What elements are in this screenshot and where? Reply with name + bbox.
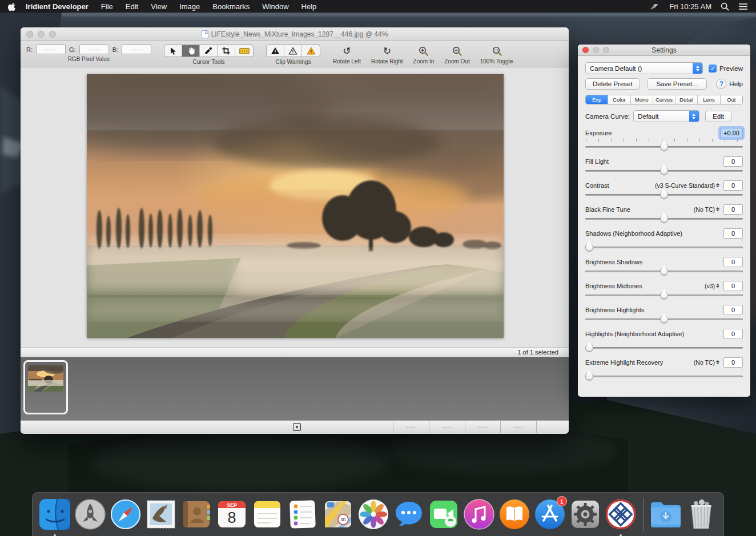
menu-view[interactable]: View <box>151 2 167 11</box>
contrast-mode-dropdown[interactable]: (v3 S-Curve Standard) <box>655 182 719 189</box>
edit-curve-button[interactable]: Edit <box>705 111 731 122</box>
brightness-midtones-mode-dropdown[interactable]: (v3) <box>705 283 719 289</box>
flag-icon[interactable] <box>649 2 660 11</box>
apple-menu[interactable] <box>8 2 17 11</box>
dock-mail-icon[interactable] <box>143 497 178 532</box>
rotate-right-button[interactable]: ↻ Rotate Right <box>371 45 403 65</box>
contrast-value-field[interactable]: 0 <box>723 180 743 191</box>
thumbnail-selected[interactable] <box>23 360 68 414</box>
slider-thumb[interactable] <box>660 267 668 275</box>
black-clip-warning-icon[interactable] <box>267 45 284 57</box>
window-title-bar[interactable]: LIFEstyle_News_MiXture_Images_1287__446.… <box>21 27 569 41</box>
tab-lens[interactable]: Lens <box>698 95 720 104</box>
brightness-midtones-slider[interactable] <box>585 291 743 300</box>
slider-thumb[interactable] <box>660 215 668 223</box>
dock-reminders-icon[interactable] <box>285 497 320 532</box>
dock-iridient-developer-icon[interactable] <box>604 497 638 532</box>
black-fine-tune-slider[interactable] <box>585 214 743 223</box>
dock-finder-icon[interactable] <box>38 497 73 532</box>
dock-photos-icon[interactable] <box>356 497 391 532</box>
slider-thumb[interactable] <box>585 243 593 251</box>
dock-launchpad-icon[interactable] <box>73 497 107 532</box>
menubar-clock[interactable]: Fri 10:25 AM <box>669 2 711 11</box>
settings-title-bar[interactable]: Settings <box>578 45 750 56</box>
slider-row-brightness-shadows: Brightness Shadows 0 <box>585 257 743 276</box>
help-button[interactable]: ? <box>716 79 726 89</box>
exposure-value-field[interactable]: +0.00 <box>720 128 743 138</box>
tab-color[interactable]: Color <box>608 95 630 104</box>
exposure-slider[interactable] <box>585 142 743 151</box>
menu-bookmarks[interactable]: Bookmarks <box>212 2 250 11</box>
highlights-value-field[interactable]: 0 <box>723 329 743 339</box>
highlight-clip-warning-icon[interactable] <box>302 45 320 57</box>
brightness-midtones-value-field[interactable]: 0 <box>723 281 743 291</box>
slider-thumb[interactable] <box>585 344 593 352</box>
tab-exp[interactable]: Exp <box>586 95 608 104</box>
fill-light-slider[interactable] <box>585 166 743 175</box>
menubar-app-name[interactable]: Iridient Developer <box>26 2 89 11</box>
menu-window[interactable]: Window <box>262 2 288 11</box>
photo-canvas[interactable] <box>87 74 504 338</box>
slider-thumb[interactable] <box>660 167 668 175</box>
filter-icon[interactable]: ▼ <box>293 423 301 431</box>
shadows-value-field[interactable]: 0 <box>723 228 743 239</box>
dock-itunes-icon[interactable] <box>462 497 497 532</box>
color-meter-icon[interactable] <box>235 45 253 57</box>
dock-maps-icon[interactable]: 3D <box>320 497 355 532</box>
extreme-highlight-slider[interactable] <box>585 372 743 381</box>
dock-notes-icon[interactable] <box>250 497 284 532</box>
dock-ibooks-icon[interactable] <box>497 497 532 532</box>
camera-curve-dropdown[interactable]: Default <box>633 110 699 122</box>
outline-clip-warning-icon[interactable] <box>284 45 302 57</box>
brightness-shadows-slider[interactable] <box>585 267 743 276</box>
tab-mono[interactable]: Mono <box>631 95 653 104</box>
hundred-percent-toggle-button[interactable]: 1:1 100% Toggle <box>480 45 513 65</box>
hand-pan-icon[interactable] <box>182 45 200 57</box>
notification-center-icon[interactable] <box>738 3 748 10</box>
dock-system-preferences-icon[interactable] <box>568 497 603 532</box>
rotate-left-button[interactable]: ↺ Rotate Left <box>333 45 361 65</box>
zoom-in-button[interactable]: Zoom In <box>413 45 435 65</box>
tab-out[interactable]: Out <box>721 95 742 104</box>
dock-calendar-icon[interactable]: SEP8 <box>214 497 249 532</box>
slider-thumb[interactable] <box>660 143 668 151</box>
menu-edit[interactable]: Edit <box>126 2 138 11</box>
shadows-slider[interactable] <box>585 243 743 252</box>
menu-help[interactable]: Help <box>301 2 317 11</box>
preview-checkbox[interactable]: ✓ <box>709 65 717 72</box>
dock-facetime-icon[interactable] <box>427 497 461 532</box>
extreme-highlight-value-field[interactable]: 0 <box>723 357 743 368</box>
extreme-highlight-mode-dropdown[interactable]: (No TC) <box>694 359 719 366</box>
slider-thumb[interactable] <box>585 372 593 380</box>
brightness-highlights-value-field[interactable]: 0 <box>723 305 743 315</box>
black-fine-tune-value-field[interactable]: 0 <box>723 204 743 215</box>
black-fine-tune-mode-dropdown[interactable]: (No TC) <box>694 206 719 213</box>
spotlight-search-icon[interactable] <box>721 2 729 11</box>
brightness-highlights-slider[interactable] <box>585 315 743 324</box>
dock-app-store-icon[interactable]: 1 <box>533 497 568 532</box>
dock-messages-icon[interactable] <box>391 497 426 532</box>
slider-thumb[interactable] <box>660 191 668 199</box>
delete-preset-button[interactable]: Delete Preset <box>585 78 640 90</box>
preset-dropdown[interactable]: Camera Default () <box>585 62 703 74</box>
slider-thumb[interactable] <box>660 315 668 323</box>
slider-thumb[interactable] <box>660 291 668 299</box>
tab-curves[interactable]: Curves <box>653 95 675 104</box>
zoom-out-button[interactable]: Zoom Out <box>444 45 469 65</box>
arrow-cursor-icon[interactable] <box>164 45 182 57</box>
slider-row-black-fine-tune: Black Fine Tune (No TC) 0 <box>585 204 743 223</box>
menu-image[interactable]: Image <box>179 2 200 11</box>
dock-contacts-icon[interactable] <box>179 497 214 532</box>
eyedropper-icon[interactable] <box>200 45 218 57</box>
brightness-shadows-value-field[interactable]: 0 <box>723 257 743 267</box>
highlights-slider[interactable] <box>585 343 743 352</box>
save-preset-button[interactable]: Save Preset... <box>647 78 707 90</box>
menu-file[interactable]: File <box>101 2 113 11</box>
dock-trash-icon[interactable] <box>684 497 719 532</box>
contrast-slider[interactable] <box>585 190 743 199</box>
dock-downloads-folder-icon[interactable] <box>649 497 683 532</box>
fill-light-value-field[interactable]: 0 <box>723 156 743 167</box>
tab-detail[interactable]: Detail <box>675 95 698 104</box>
dock-safari-icon[interactable] <box>108 497 143 532</box>
crop-icon[interactable] <box>218 45 235 57</box>
